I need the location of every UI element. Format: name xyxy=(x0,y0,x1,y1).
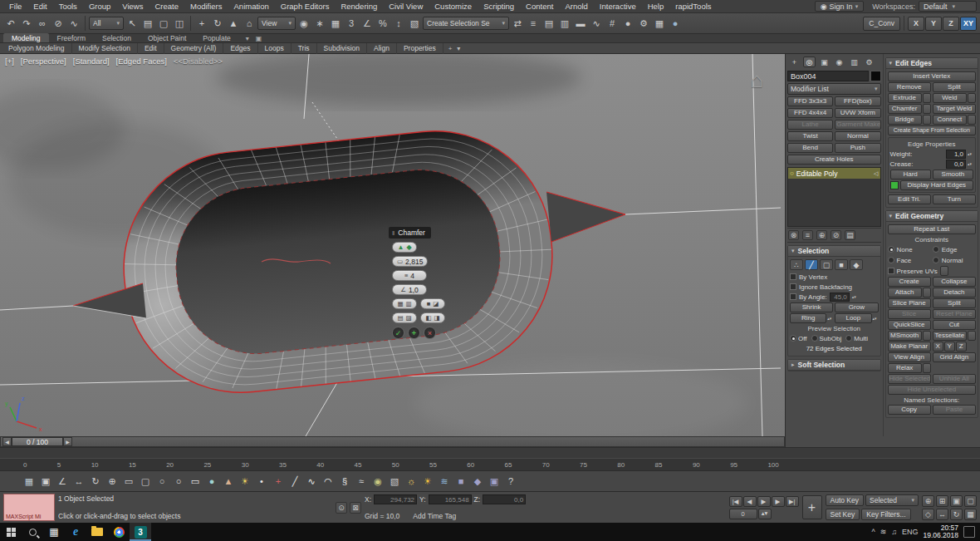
frame-number[interactable]: 45 xyxy=(354,461,361,469)
chamfer-depth-field[interactable]: ∠1,0 xyxy=(392,284,427,295)
select-and-scale-icon[interactable]: ▲ xyxy=(226,15,241,32)
axis-constraint-button[interactable]: XY xyxy=(960,17,977,31)
select-and-place-icon[interactable]: ⌂ xyxy=(242,15,257,32)
chrome-icon[interactable] xyxy=(108,523,130,541)
light-tool-icon[interactable]: ☼ xyxy=(404,474,419,489)
cut-button[interactable]: Cut xyxy=(933,320,976,330)
polygon-subobject-icon[interactable]: ■ xyxy=(835,259,848,270)
ribbon-tab[interactable]: Modeling xyxy=(3,33,49,42)
frame-number[interactable]: 65 xyxy=(505,461,512,469)
selection-filter-dropdown[interactable]: All▾ xyxy=(89,17,124,30)
workspace-dropdown[interactable]: Default ▾ xyxy=(919,1,977,12)
ring-spinner[interactable]: ▴▾ xyxy=(827,313,833,323)
grid-align-button[interactable]: Grid Align xyxy=(933,352,976,362)
edit-named-selection-sets-icon[interactable]: ▧ xyxy=(407,15,422,32)
create-tab-icon[interactable]: + xyxy=(788,57,801,67)
rectangular-selection-region-icon[interactable]: ▢ xyxy=(156,15,171,32)
redo-icon[interactable]: ↷ xyxy=(19,15,34,32)
ribbon-section[interactable]: Subdivision xyxy=(317,43,367,54)
msmooth-button[interactable]: MSmooth xyxy=(888,331,922,341)
quickslice-button[interactable]: QuickSlice xyxy=(888,320,931,330)
msmooth-settings-icon[interactable] xyxy=(923,331,931,341)
go-to-start-icon[interactable]: |◀ xyxy=(729,496,742,507)
converter-button[interactable]: C_Conv xyxy=(863,17,900,31)
pan-tool-icon[interactable]: ↔ xyxy=(71,474,86,489)
caddy-grip-icon[interactable]: ‖ xyxy=(392,229,394,237)
chamfer-type-button[interactable]: ▲◆ xyxy=(392,242,417,253)
action-center-icon[interactable] xyxy=(963,526,975,538)
menu-item[interactable]: Modifiers xyxy=(184,2,228,11)
menu-item[interactable]: Content xyxy=(520,2,559,11)
chamfer-uv-toggle[interactable]: ◧◨ xyxy=(420,312,445,323)
soft-selection-rollout-header[interactable]: ▸ Soft Selection xyxy=(788,360,880,371)
orbit-tool-icon[interactable]: ↻ xyxy=(88,474,103,489)
zoom-all-icon[interactable]: ⊞ xyxy=(936,495,948,507)
menu-item[interactable]: Group xyxy=(83,2,116,11)
modifier-button[interactable]: Bend xyxy=(787,143,833,153)
play-icon[interactable]: ▶ xyxy=(757,496,771,507)
named-selection-sets-dropdown[interactable]: Create Selection Se▾ xyxy=(423,17,509,30)
pin-stack-icon[interactable]: ⊗ xyxy=(788,230,799,240)
weld-settings-icon[interactable] xyxy=(968,93,976,103)
create-shape-button[interactable]: Create Shape From Selection xyxy=(888,125,977,135)
paint-tool-icon[interactable]: ≈ xyxy=(354,474,369,489)
menu-item[interactable]: Edit xyxy=(27,2,52,11)
sign-in-button[interactable]: ◉ Sign In ▾ xyxy=(815,1,864,12)
render-production-icon[interactable]: ● xyxy=(668,15,683,32)
ribbon-tab[interactable]: Object Paint xyxy=(140,33,194,42)
menu-item[interactable]: Help xyxy=(642,2,670,11)
mirror-icon[interactable]: ⇄ xyxy=(510,15,525,32)
weld-button[interactable]: Weld xyxy=(933,93,967,103)
select-by-name-icon[interactable]: ▤ xyxy=(140,15,155,32)
extrude-button[interactable]: Extrude xyxy=(888,93,922,103)
lock-selection-icon[interactable]: ⊠ xyxy=(350,502,361,514)
menu-item[interactable]: Arnold xyxy=(559,2,593,11)
edge-subobject-icon[interactable]: ╱ xyxy=(805,259,818,270)
spline-tool-icon[interactable]: ∿ xyxy=(304,474,319,489)
cone-tool-icon[interactable]: ▲ xyxy=(221,474,236,489)
connect-settings-icon[interactable] xyxy=(968,115,976,125)
spinner-icon[interactable]: ▴▾ xyxy=(852,295,858,298)
material-tool-icon[interactable]: ◉ xyxy=(370,474,385,489)
frame-number[interactable]: 50 xyxy=(392,461,399,469)
selection-rollout-header[interactable]: ▾ Selection xyxy=(788,246,880,257)
keyboard-shortcut-override-icon[interactable]: ▦ xyxy=(328,15,343,32)
vertex-subobject-icon[interactable]: ∴ xyxy=(790,259,803,270)
frame-number[interactable]: 70 xyxy=(542,461,550,469)
physical-camera-tool-icon[interactable]: ▣ xyxy=(487,474,502,489)
set-key-button[interactable]: Set Key xyxy=(826,509,860,520)
attach-settings-icon[interactable] xyxy=(923,288,931,298)
object-name-field[interactable]: Box004 xyxy=(787,71,869,81)
chamfer-button[interactable]: Chamfer xyxy=(888,104,922,114)
menu-item[interactable]: Civil View xyxy=(383,2,429,11)
menu-item[interactable]: rapidTools xyxy=(669,2,717,11)
modifier-button[interactable]: Lathe xyxy=(787,120,833,130)
frame-number[interactable]: 30 xyxy=(242,461,249,469)
ribbon-section[interactable]: Tris xyxy=(292,43,317,54)
zoom-extents-icon[interactable]: ▣ xyxy=(950,495,963,507)
next-frame-icon[interactable]: ▶ xyxy=(772,496,785,507)
preview-subobj-radio[interactable] xyxy=(811,335,818,342)
mapping-tool-icon[interactable]: ▧ xyxy=(387,474,402,489)
relax-settings-icon[interactable] xyxy=(923,363,931,373)
rectangle-tool-icon[interactable]: ▭ xyxy=(121,474,136,489)
ignore-backfacing-checkbox[interactable] xyxy=(790,283,796,290)
chamfer-settings-icon[interactable] xyxy=(923,104,931,114)
menu-item[interactable]: Interactive xyxy=(594,2,642,11)
window-crossing-icon[interactable]: ◫ xyxy=(172,15,187,32)
ribbon-pin-icon[interactable]: ▾ xyxy=(457,45,460,52)
spinner-snap-icon[interactable]: ↕ xyxy=(391,15,406,32)
menu-item[interactable]: Scripting xyxy=(478,2,520,11)
constraint-edge-radio[interactable] xyxy=(933,246,939,253)
toggle-scene-explorer-icon[interactable]: ▤ xyxy=(541,15,556,32)
tessellate-button[interactable]: Tessellate xyxy=(933,331,967,341)
ribbon-tab[interactable]: Selection xyxy=(94,33,140,42)
go-to-end-icon[interactable]: ▶| xyxy=(786,496,799,507)
edit-geometry-rollout-header[interactable]: ▾ Edit Geometry xyxy=(886,211,978,222)
modifier-button[interactable]: FFD 3x3x3 xyxy=(787,96,833,106)
modifier-list-dropdown[interactable]: Modifier List ▾ xyxy=(787,83,881,95)
sun-positioner-tool-icon[interactable]: ☀ xyxy=(420,474,435,489)
fov-icon[interactable]: ◇ xyxy=(922,509,934,520)
object-color-swatch[interactable] xyxy=(870,71,881,81)
loop-spinner[interactable]: ▴▾ xyxy=(873,313,879,323)
